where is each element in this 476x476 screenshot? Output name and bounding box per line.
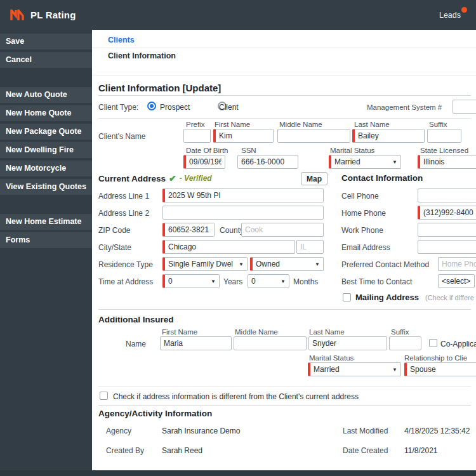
prospect-radio-label[interactable]: Prospect — [160, 103, 190, 112]
best-time-to-contact-select[interactable]: <select> — [438, 274, 475, 288]
prefix-input[interactable] — [183, 129, 211, 143]
divider — [98, 309, 471, 310]
verified-check-icon: ✔ — [169, 173, 176, 183]
first-name-input[interactable] — [213, 129, 274, 143]
sidebar-item-view-existing-quotes[interactable]: View Existing Quotes — [0, 179, 92, 195]
contact-information-title: Contact Information — [341, 173, 423, 183]
city-input[interactable] — [162, 240, 295, 254]
address-line1-input[interactable] — [162, 188, 324, 202]
sidebar-save-button[interactable]: Save — [0, 34, 92, 50]
zip-code-label: ZIP Code — [98, 226, 130, 235]
co-applicant-checkbox[interactable] — [429, 339, 437, 347]
work-phone-input[interactable] — [418, 223, 476, 237]
additional-insured-title: Additional Insured — [98, 315, 174, 324]
county-input[interactable] — [241, 223, 324, 237]
home-phone-input[interactable] — [418, 206, 476, 220]
management-system-input[interactable] — [453, 100, 476, 114]
best-time-to-contact-label: Best Time to Contact — [341, 277, 412, 286]
different-address-checkbox[interactable] — [100, 392, 108, 400]
email-address-label: Email Address — [341, 243, 390, 252]
email-address-input[interactable] — [418, 240, 476, 254]
residence-type-select[interactable]: Single Family Dwel▼ — [162, 257, 248, 271]
ai-suffix-label: Suffix — [391, 328, 409, 336]
tab-clients[interactable]: Clients — [108, 36, 135, 44]
first-name-label: First Name — [215, 121, 250, 128]
state-abbr-input[interactable] — [296, 240, 324, 254]
sidebar-item-new-dwelling-fire[interactable]: New Dwelling Fire — [0, 142, 92, 158]
chevron-down-icon: ▼ — [312, 261, 320, 267]
sidebar-cancel-button[interactable]: Cancel — [0, 52, 92, 68]
divider — [98, 386, 471, 387]
middle-name-input[interactable] — [277, 129, 350, 143]
time-at-address-label: Time at Address — [98, 277, 153, 286]
top-bar: PL Rating Leads — [0, 0, 476, 30]
agency-label: Agency — [106, 426, 131, 435]
ai-relationship-input[interactable] — [404, 362, 476, 376]
months-value: 0 — [251, 277, 256, 286]
sidebar-item-new-home-quote[interactable]: New Home Quote — [0, 105, 92, 121]
suffix-input[interactable] — [427, 129, 461, 143]
years-select[interactable]: 0▼ — [162, 274, 220, 288]
sidebar-item-new-home-estimate[interactable]: New Home Estimate — [0, 214, 92, 230]
co-applicant-label: Co-Applica — [440, 340, 476, 348]
pl-rating-logo-icon — [10, 10, 25, 21]
dob-input[interactable] — [183, 155, 225, 169]
clients-name-label: Client's Name — [98, 132, 145, 141]
ai-middle-name-input[interactable] — [234, 336, 307, 350]
marital-status-label: Marital Status — [330, 147, 374, 154]
leads-label: Leads — [439, 11, 461, 20]
address-line1-label: Address Line 1 — [98, 192, 149, 201]
ai-marital-status-select[interactable]: Married▼ — [308, 362, 401, 376]
cell-phone-input[interactable] — [418, 188, 476, 202]
leads-notification-badge — [461, 7, 467, 13]
address-line2-input[interactable] — [162, 206, 324, 220]
ownership-value: Owned — [256, 260, 280, 268]
ai-middle-name-label: Middle Name — [235, 328, 278, 336]
ai-marital-status-label: Marital Status — [309, 354, 354, 362]
ai-first-name-label: First Name — [162, 328, 197, 336]
current-address-title: Current Address — [98, 174, 166, 183]
bottom-bar — [0, 470, 476, 476]
map-button[interactable]: Map — [301, 172, 327, 185]
agency-activity-title: Agency/Activity Information — [98, 409, 212, 418]
ai-name-label: Name — [126, 340, 146, 348]
page-title: Client Information [Update] — [98, 83, 221, 93]
breadcrumb: Client Information — [108, 51, 176, 60]
state-licensed-input[interactable] — [418, 155, 476, 169]
suffix-label: Suffix — [429, 121, 447, 128]
ai-suffix-input[interactable] — [389, 336, 421, 350]
ai-last-name-input[interactable] — [308, 336, 387, 350]
mailing-address-note: (Check if differe — [425, 294, 476, 301]
last-name-input[interactable] — [352, 129, 425, 143]
months-select[interactable]: 0▼ — [248, 274, 289, 288]
sidebar-item-new-auto-quote[interactable]: New Auto Quote — [0, 87, 92, 103]
mailing-address-checkbox[interactable] — [343, 293, 351, 301]
marital-status-select[interactable]: Married▼ — [329, 155, 401, 169]
divider — [98, 118, 471, 119]
prospect-radio[interactable] — [147, 102, 156, 110]
different-address-label: Check if address information is differen… — [113, 392, 359, 401]
sidebar-item-new-motorcycle[interactable]: New Motorcycle — [0, 161, 92, 176]
client-radio-label[interactable]: Client — [219, 103, 239, 112]
management-system-label: Management System # — [367, 103, 442, 111]
date-created-label: Date Created — [343, 446, 388, 455]
dob-label: Date Of Birth — [186, 147, 228, 154]
divider — [98, 405, 471, 406]
preferred-contact-method-label: Preferred Contact Method — [341, 260, 429, 269]
city-state-label: City/State — [98, 243, 131, 252]
address-line2-label: Address Line 2 — [98, 209, 149, 218]
brand: PL Rating — [10, 10, 76, 21]
ssn-input[interactable] — [237, 155, 298, 169]
ai-first-name-input[interactable] — [160, 336, 232, 350]
sidebar-item-new-package-quote[interactable]: New Package Quote — [0, 124, 92, 140]
zip-code-input[interactable] — [162, 223, 215, 237]
leads-link[interactable]: Leads — [439, 11, 466, 20]
chevron-down-icon: ▼ — [390, 367, 397, 373]
preferred-contact-method-select[interactable]: Home Pho — [438, 257, 476, 271]
years-value: 0 — [168, 277, 173, 286]
chevron-down-icon: ▼ — [208, 279, 216, 284]
ownership-select[interactable]: Owned▼ — [250, 257, 324, 271]
sidebar-item-forms[interactable]: Forms — [0, 232, 92, 248]
cell-phone-label: Cell Phone — [341, 192, 379, 201]
preferred-contact-method-value: Home Pho — [442, 260, 476, 268]
